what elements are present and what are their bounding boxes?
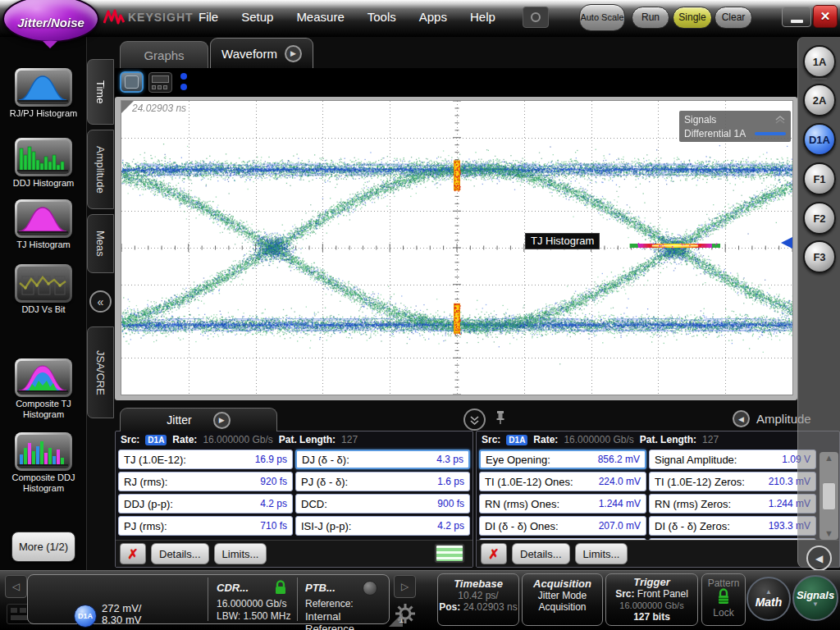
pattern-length-value: 127	[341, 434, 358, 445]
jitter-limits-button[interactable]: Limits...	[214, 543, 267, 564]
sidebar-item-rjpj-histogram[interactable]	[15, 68, 72, 107]
sidebar-item-composite-ddj-histogram[interactable]	[15, 432, 72, 471]
scroll-left-button[interactable]: ◁	[5, 575, 27, 598]
settings-gear-icon[interactable]	[394, 602, 417, 625]
tab-time[interactable]: Time	[87, 59, 114, 125]
sidebar-item-tj-histogram[interactable]	[15, 199, 72, 238]
measurement-di-ones[interactable]: DI (δ - δ) Ones:207.0 mV	[479, 516, 646, 536]
sidebar-item-ddj-histogram[interactable]	[15, 138, 72, 176]
measurement-dcd[interactable]: DCD:900 fs	[295, 494, 470, 514]
signal-button-1a[interactable]: 1A	[803, 45, 836, 78]
tab-amplitude[interactable]: Amplitude	[87, 130, 114, 209]
math-up-icon: ▲	[765, 589, 772, 596]
close-button[interactable]: ✕	[813, 5, 838, 28]
channel-badge-d1a[interactable]: D1A	[74, 605, 97, 628]
measurement-eye-opening[interactable]: Eye Opening:856.2 mV	[479, 450, 646, 469]
tab-waveform[interactable]: Waveform ▶	[210, 38, 313, 68]
legend-collapse-chevron-icon[interactable]	[774, 115, 786, 125]
menu-help[interactable]: Help	[459, 8, 507, 25]
ptb-title[interactable]: PTB...	[305, 582, 336, 594]
measurement-pj-dd[interactable]: PJ (δ - δ):1.6 ps	[295, 472, 470, 491]
signals-legend[interactable]: Signals Differential 1A	[679, 111, 791, 142]
signal-button-f3[interactable]: F3	[803, 240, 836, 273]
measurement-tj[interactable]: TJ (1.0E-12):16.9 ps	[118, 450, 293, 469]
measurement-dj[interactable]: DJ (δ - δ):4.3 ps	[295, 450, 470, 469]
scroll-right-button[interactable]: ▷	[394, 575, 416, 598]
jitter-close-button[interactable]: ✗	[120, 543, 146, 564]
jitter-details-button[interactable]: Details...	[151, 543, 209, 564]
application-window: KEYSIGHT File Setup Measure Tools Apps H…	[0, 0, 840, 630]
tab-jsa-cre[interactable]: JSA/CRE	[87, 326, 114, 418]
run-button[interactable]: Run	[632, 7, 669, 29]
measurement-ddj[interactable]: DDJ (p-p):4.2 ps	[118, 494, 293, 514]
menu-measure[interactable]: Measure	[285, 8, 355, 25]
more-measurements-button[interactable]: More (1/2)	[11, 532, 75, 562]
pin-panel-icon[interactable]	[494, 409, 507, 428]
signal-button-f1[interactable]: F1	[803, 162, 836, 195]
signal-button-f2[interactable]: F2	[803, 202, 836, 235]
signal-button-2a[interactable]: 2A	[803, 84, 836, 116]
measurement-ti-ones[interactable]: TI (1.0E-12) Ones:224.0 mV	[479, 472, 646, 491]
measurement-isij[interactable]: ISI-J (p-p):4.2 ps	[295, 516, 470, 536]
single-button[interactable]: Single	[673, 7, 712, 29]
cdr-lock-icon	[274, 580, 287, 595]
source-badge[interactable]: D1A	[145, 435, 167, 445]
menu-file[interactable]: File	[187, 8, 230, 25]
signal-button-d1a[interactable]: D1A	[803, 123, 836, 156]
marker-dots-icon[interactable]	[180, 73, 187, 94]
amplitude-details-button[interactable]: Details...	[512, 543, 570, 564]
measurement-rj[interactable]: RJ (rms):920 fs	[118, 472, 293, 491]
clear-button[interactable]: Clear	[714, 7, 752, 29]
measurement-rn-ones[interactable]: RN (rms) Ones:1.244 mV	[479, 494, 646, 514]
bell-composite-icon	[17, 361, 68, 394]
screenshot-camera-button[interactable]	[523, 7, 549, 28]
trigger-panel[interactable]: Trigger Src: Front Panel 16.000000 Gb/s …	[605, 573, 698, 626]
measurement-signal-amplitude[interactable]: Signal Amplitude:1.09 V	[649, 450, 816, 469]
amplitude-close-button[interactable]: ✗	[481, 543, 507, 564]
double-chevron-down-icon	[468, 414, 481, 426]
cdr-title[interactable]: CDR...	[217, 582, 249, 594]
source-badge[interactable]: D1A	[506, 435, 527, 445]
scroll-down-icon[interactable]: ▼	[824, 529, 833, 538]
amplitude-limits-button[interactable]: Limits...	[575, 543, 628, 564]
eye-diagram-canvas[interactable]	[121, 100, 793, 395]
tab-graphs[interactable]: Graphs	[120, 41, 208, 68]
measurement-pj-rms[interactable]: PJ (rms):710 fs	[118, 516, 293, 536]
app-logo-caret-icon[interactable]	[43, 41, 57, 48]
math-button[interactable]: ▲ Math	[746, 577, 791, 621]
single-pane-icon	[125, 75, 139, 89]
jitter-options-arrow-icon[interactable]: ▶	[213, 412, 231, 429]
multi-grid-layout-button[interactable]	[148, 72, 172, 93]
acquisition-panel[interactable]: Acquisition Jitter Mode Acquisition	[522, 573, 603, 626]
sidebar-item-ddj-vs-bit[interactable]	[15, 264, 72, 303]
measurement-di-zeros[interactable]: DI (δ - δ) Zeros:193.3 mV	[649, 516, 816, 536]
scroll-up-icon[interactable]: ▲	[824, 454, 833, 463]
menu-tools[interactable]: Tools	[356, 8, 408, 25]
sidebar-item-label: DDJ Histogram	[5, 178, 82, 189]
minimize-button[interactable]	[782, 7, 811, 27]
tab-jitter[interactable]: Jitter ▶	[120, 408, 277, 431]
timebase-pos-value: 24.02903 ns	[463, 601, 518, 613]
status-bar: ◁ D1A 272 mV/ 8.30 mV CDR... 16.000000 G…	[0, 570, 840, 630]
signals-button[interactable]: Signals ▼	[792, 575, 838, 621]
measurement-ti-zeros[interactable]: TI (1.0E-12) Zeros:210.3 mV	[649, 472, 816, 491]
pattern-lock-panel[interactable]: Pattern Lock	[701, 573, 746, 626]
channel-settings-panel[interactable]: D1A 272 mV/ 8.30 mV CDR... 16.000000 Gb/…	[27, 574, 390, 624]
amplitude-back-arrow-icon[interactable]: ◀	[733, 410, 750, 427]
auto-scale-button[interactable]: Auto Scale	[579, 4, 625, 31]
tab-meas[interactable]: Meas	[87, 214, 114, 273]
amplitude-scrollbar[interactable]: ▲ ▼	[819, 452, 838, 540]
signal-level-marker-icon[interactable]	[781, 237, 792, 249]
panel-collapse-button[interactable]	[463, 409, 486, 431]
scroll-thumb[interactable]	[822, 482, 836, 510]
sidebar-collapse-button[interactable]: «	[89, 290, 112, 313]
menu-setup[interactable]: Setup	[230, 8, 285, 25]
timebase-panel[interactable]: Timebase 10.42 ps/ Pos: 24.02903 ns	[437, 573, 519, 626]
menu-apps[interactable]: Apps	[408, 8, 459, 25]
tab-options-arrow-icon[interactable]: ▶	[285, 45, 302, 62]
sidebar-item-composite-tj-histogram[interactable]	[15, 358, 72, 397]
measurement-rn-zeros[interactable]: RN (rms) Zeros:1.244 mV	[649, 494, 816, 514]
single-grid-layout-button[interactable]	[120, 71, 144, 93]
jitter-measurement-grid: TJ (1.0E-12):16.9 ps DJ (δ - δ):4.3 ps R…	[116, 448, 472, 536]
strip-collapse-button[interactable]: ◀	[806, 546, 832, 571]
